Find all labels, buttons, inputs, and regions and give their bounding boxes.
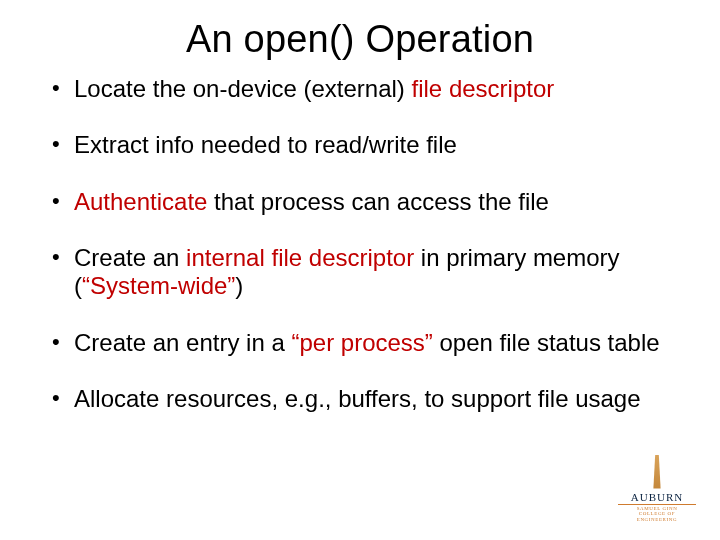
highlight-text: “System-wide” — [82, 272, 235, 299]
slide: An open() Operation Locate the on-device… — [0, 0, 720, 540]
highlight-text: file descriptor — [412, 75, 555, 102]
slide-title: An open() Operation — [46, 18, 674, 61]
list-item: Create an entry in a “per process” open … — [46, 329, 674, 357]
highlight-text: “per process” — [291, 329, 432, 356]
highlight-text: Authenticate — [74, 188, 207, 215]
text: Locate the on-device (external) — [74, 75, 412, 102]
text: ) — [235, 272, 243, 299]
tower-icon — [648, 455, 666, 489]
bullet-list: Locate the on-device (external) file des… — [46, 75, 674, 413]
list-item: Authenticate that process can access the… — [46, 188, 674, 216]
highlight-text: internal file descriptor — [186, 244, 414, 271]
text: Create an — [74, 244, 186, 271]
text: that process can access the file — [207, 188, 549, 215]
text: Create an entry in a — [74, 329, 291, 356]
auburn-logo: AUBURN SAMUEL GINN COLLEGE OF ENGINEERIN… — [618, 455, 696, 523]
college-name-2: COLLEGE OF ENGINEERING — [618, 511, 696, 522]
text: Extract info needed to read/write file — [74, 131, 457, 158]
list-item: Extract info needed to read/write file — [46, 131, 674, 159]
text: Allocate resources, e.g., buffers, to su… — [74, 385, 641, 412]
list-item: Locate the on-device (external) file des… — [46, 75, 674, 103]
list-item: Create an internal file descriptor in pr… — [46, 244, 674, 301]
list-item: Allocate resources, e.g., buffers, to su… — [46, 385, 674, 413]
university-name: AUBURN — [618, 491, 696, 505]
text: open file status table — [433, 329, 660, 356]
